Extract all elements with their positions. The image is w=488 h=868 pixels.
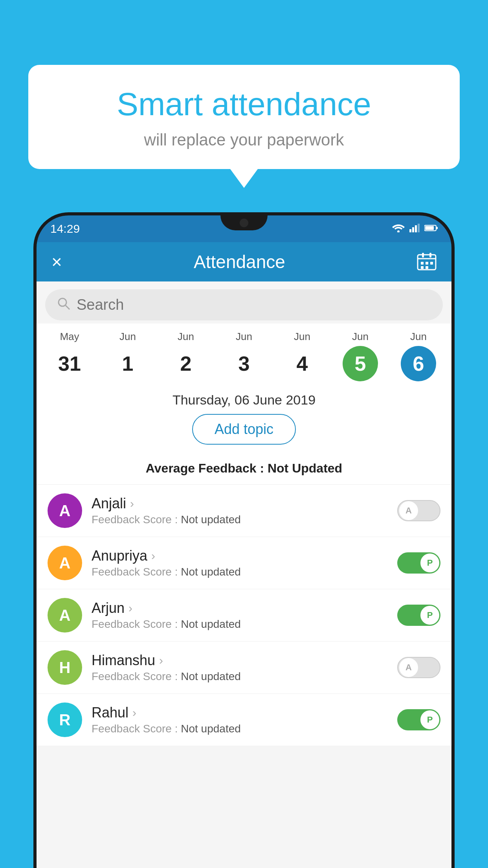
avg-feedback: Average Feedback : Not Updated [37,461,451,484]
date-number: 5 [343,346,378,381]
svg-rect-10 [422,253,424,257]
chevron-icon: › [128,601,132,615]
student-item[interactable]: RRahul ›Feedback Score : Not updatedP [37,694,451,746]
student-name: Anupriya › [92,548,393,564]
attendance-toggle[interactable]: A [397,657,440,678]
date-item[interactable]: Jun3 [220,331,268,381]
attendance-toggle[interactable]: P [397,709,440,730]
signal-icon [409,224,420,234]
student-info: Himanshu ›Feedback Score : Not updated [92,652,393,683]
calendar-icon[interactable] [417,252,437,272]
toggle-knob: P [420,606,439,625]
student-feedback: Feedback Score : Not updated [92,513,393,526]
speech-bubble: Smart attendance will replace your paper… [28,65,460,169]
toggle-wrap[interactable]: A [397,500,440,521]
avatar: A [48,493,82,528]
date-item[interactable]: Jun4 [279,331,326,381]
date-number: 4 [284,346,320,381]
avatar: A [48,598,82,633]
student-item[interactable]: AAnupriya ›Feedback Score : Not updatedP [37,537,451,589]
date-month: May [60,331,79,343]
student-name: Anjali › [92,495,393,512]
student-info: Anjali ›Feedback Score : Not updated [92,495,393,526]
student-list: AAnjali ›Feedback Score : Not updatedAAA… [37,484,451,746]
avg-feedback-value: Not Updated [268,461,342,475]
phone-inner: 14:29 [37,215,451,868]
svg-point-0 [397,230,400,232]
svg-line-18 [66,305,70,309]
svg-rect-4 [418,224,420,232]
status-icons [392,224,438,234]
student-name: Arjun › [92,600,393,616]
date-number: 31 [52,346,87,381]
student-info: Arjun ›Feedback Score : Not updated [92,600,393,631]
svg-rect-13 [426,262,428,265]
date-month: Jun [119,331,136,343]
svg-rect-14 [430,262,433,265]
chevron-icon: › [159,654,163,667]
toggle-wrap[interactable]: P [397,709,440,730]
status-time: 14:29 [50,222,80,235]
student-feedback: Feedback Score : Not updated [92,618,393,631]
toggle-wrap[interactable]: P [397,552,440,574]
phone-frame: 14:29 [33,212,455,868]
student-item[interactable]: AAnjali ›Feedback Score : Not updatedA [37,485,451,537]
student-feedback: Feedback Score : Not updated [92,670,393,683]
svg-rect-3 [415,225,417,232]
toggle-knob: P [420,710,439,729]
avatar: R [48,702,82,737]
avatar: A [48,546,82,580]
avatar: H [48,650,82,685]
close-button[interactable]: × [51,251,62,272]
avg-feedback-label: Average Feedback : [146,461,264,475]
date-item[interactable]: Jun1 [104,331,151,381]
attendance-toggle[interactable]: A [397,500,440,521]
add-topic-button[interactable]: Add topic [192,414,296,445]
student-item[interactable]: HHimanshu ›Feedback Score : Not updatedA [37,642,451,694]
date-number: 6 [401,346,436,381]
chevron-icon: › [130,497,134,510]
bubble-title: Smart attendance [52,86,436,122]
toggle-knob: A [399,658,418,677]
attendance-toggle[interactable]: P [397,605,440,626]
date-number: 3 [226,346,262,381]
svg-rect-11 [429,253,431,257]
toggle-wrap[interactable]: P [397,605,440,626]
svg-rect-7 [437,227,438,229]
feedback-value: Not updated [181,566,241,578]
search-container[interactable] [45,289,443,320]
svg-rect-2 [412,227,414,232]
date-number: 1 [110,346,145,381]
date-month: Jun [410,331,427,343]
chevron-icon: › [151,549,155,563]
date-item[interactable]: May31 [46,331,93,381]
student-item[interactable]: AArjun ›Feedback Score : Not updatedP [37,589,451,642]
student-name: Rahul › [92,704,393,721]
student-name: Himanshu › [92,652,393,669]
chevron-icon: › [132,706,136,719]
date-month: Jun [236,331,252,343]
feedback-value: Not updated [181,723,241,735]
student-info: Anupriya ›Feedback Score : Not updated [92,548,393,578]
toggle-knob: A [399,501,418,520]
search-input[interactable] [77,296,431,313]
date-month: Jun [294,331,310,343]
feedback-value: Not updated [181,513,241,526]
toggle-wrap[interactable]: A [397,657,440,678]
attendance-toggle[interactable]: P [397,552,440,574]
date-item[interactable]: Jun2 [162,331,209,381]
svg-rect-1 [409,229,411,232]
header-title: Attendance [194,251,285,272]
notch [220,215,268,230]
bubble-subtitle: will replace your paperwork [52,131,436,149]
date-strip: May31Jun1Jun2Jun3Jun4Jun5Jun6 [37,324,451,381]
date-number: 2 [168,346,204,381]
date-item[interactable]: Jun5 [337,331,384,381]
camera-dot [240,219,248,227]
content-area: May31Jun1Jun2Jun3Jun4Jun5Jun6 Thursday, … [37,281,451,868]
toggle-knob: P [420,554,439,572]
battery-icon [424,224,438,233]
svg-point-17 [59,298,66,306]
date-item[interactable]: Jun6 [395,331,442,381]
date-month: Jun [352,331,369,343]
